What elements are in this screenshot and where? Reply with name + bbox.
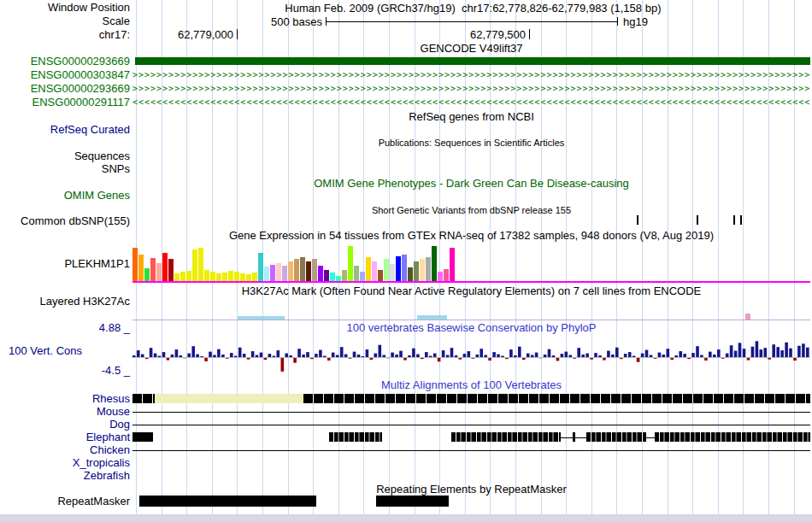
track-title-dbsnp: Short Genetic Variants from dbSNP releas… — [132, 204, 810, 216]
gtex-tissue-bar — [192, 249, 197, 282]
gencode-transcript-row[interactable]: >>>>>>>>>>>>>>>>>>>>>>>>>>>>>>>>>>>>>>>>… — [132, 84, 810, 95]
h3k27ac-baseline — [132, 320, 810, 320]
track-label-conservation[interactable]: 100 Vert. Cons — [9, 345, 130, 357]
gtex-tissue-bar — [372, 261, 377, 282]
gtex-tissue-bar — [204, 270, 209, 282]
gtex-tissue-bar — [276, 263, 281, 282]
conservation-zero-line — [132, 357, 810, 358]
track-title-publications: Publications: Sequences in Scientific Ar… — [132, 137, 810, 149]
genome-browser-image: Window Position Human Feb. 2009 (GRCh37/… — [0, 0, 812, 522]
gtex-expression-bars[interactable] — [132, 245, 457, 282]
gtex-tissue-bar — [426, 257, 431, 282]
gene-label[interactable]: ENSG00000293669 — [0, 56, 130, 67]
species-label-chicken[interactable]: Chicken — [0, 444, 130, 456]
chrom-label: chr17: — [0, 29, 130, 41]
dbsnp-variant-tick[interactable] — [733, 215, 735, 225]
gtex-tissue-bar — [150, 258, 156, 282]
conservation-min-label: -4.5 _ — [0, 365, 130, 377]
dbsnp-variant-tick[interactable] — [697, 215, 698, 225]
alignment-row-dog[interactable] — [132, 419, 810, 430]
track-label-snps[interactable]: SNPs — [0, 163, 130, 175]
species-label-x-tropicalis[interactable]: X_tropicalis — [0, 457, 130, 469]
window-position-label: Window Position — [0, 2, 130, 14]
gencode-transcript-row[interactable]: <<<<<<<<<<<<<<<<<<<<<<<<<<<<<<<<<<<<<<<<… — [132, 97, 810, 109]
alignment-row-mouse[interactable] — [132, 406, 810, 417]
gtex-tissue-bar — [288, 261, 293, 282]
track-label-common-dbsnp[interactable]: Common dbSNP(155) — [0, 215, 130, 227]
track-title-multiz: Multiz Alignments of 100 Vertebrates — [132, 379, 810, 391]
gtex-tissue-bar — [168, 259, 174, 282]
gtex-tissue-bar — [156, 263, 162, 282]
gtex-tissue-bar — [354, 266, 359, 282]
track-title-omim: OMIM Gene Phenotypes - Dark Green Can Be… — [132, 178, 810, 190]
gtex-tissue-bar — [420, 259, 425, 282]
scale-label: Scale — [0, 15, 130, 27]
gtex-gene-label[interactable]: PLEKHM1P1 — [0, 258, 130, 270]
position-text: chr17:62,778,826-62,779,983 (1,158 bp) — [462, 2, 661, 15]
track-label-repeatmasker[interactable]: RepeatMasker — [0, 496, 130, 507]
repeat-element[interactable] — [376, 496, 449, 507]
gtex-tissue-bar — [402, 255, 407, 282]
gtex-tissue-bar — [144, 268, 150, 282]
track-title-refseq: RefSeq genes from NCBI — [132, 111, 810, 123]
alignment-row-rhesus[interactable] — [132, 393, 810, 404]
gene-label[interactable]: ENSG00000291117 — [0, 97, 130, 109]
species-label-dog[interactable]: Dog — [0, 419, 130, 431]
track-label-refseq-curated[interactable]: RefSeq Curated — [0, 124, 130, 136]
gtex-tissue-bar — [444, 269, 449, 282]
species-label-rhesus[interactable]: Rhesus — [0, 393, 130, 405]
gene-label[interactable]: ENSG00000303847 — [0, 69, 130, 81]
gtex-tissue-bar — [366, 257, 371, 282]
conservation-max-label: 4.88 _ — [0, 322, 130, 334]
gtex-tissue-bar — [282, 266, 287, 282]
gtex-tissue-bar — [162, 253, 168, 282]
alignment-row-chicken[interactable] — [132, 444, 810, 455]
gtex-tissue-bar — [384, 259, 389, 282]
track-label-h3k27ac[interactable]: Layered H3K27Ac — [0, 296, 130, 308]
gtex-tissue-bar — [306, 261, 311, 282]
ruler-coordinate: 62,779,500 — [423, 28, 526, 41]
track-title-repeatmasker: Repeating Elements by RepeatMasker — [132, 484, 810, 496]
gtex-tissue-bar — [432, 246, 437, 282]
gtex-tissue-bar — [342, 270, 347, 282]
gtex-tissue-bar — [132, 248, 138, 282]
alignment-row-x_tropicalis[interactable] — [132, 457, 810, 468]
gencode-gene-bar[interactable] — [135, 57, 810, 65]
gtex-tissue-bar — [138, 255, 144, 282]
track-title-h3k27ac: H3K27Ac Mark (Often Found Near Active Re… — [132, 285, 810, 297]
gtex-tissue-bar — [378, 270, 383, 282]
gtex-tissue-bar — [300, 257, 305, 282]
gtex-tissue-bar — [324, 270, 329, 282]
dbsnp-variant-tick[interactable] — [740, 215, 742, 225]
scale-bar — [326, 21, 618, 22]
bottom-strip — [0, 514, 812, 522]
gtex-tissue-bar — [414, 261, 419, 282]
species-label-zebrafish[interactable]: Zebrafish — [0, 470, 130, 482]
species-label-mouse[interactable]: Mouse — [0, 406, 130, 418]
repeat-element[interactable] — [139, 496, 316, 507]
gtex-tissue-bar — [258, 253, 263, 282]
species-label-elephant[interactable]: Elephant — [0, 431, 130, 443]
h3k27ac-peak — [745, 314, 750, 320]
track-title-gtex: Gene Expression in 54 tissues from GTEx … — [132, 230, 810, 242]
track-title-phylop: 100 vertebrates Basewise Conservation by… — [132, 322, 810, 334]
track-title-gencode: GENCODE V49lift37 — [132, 43, 810, 55]
gencode-transcript-row[interactable]: >>>>>>>>>>>>>>>>>>>>>>>>>>>>>>>>>>>>>>>>… — [132, 70, 810, 81]
repeatmasker-boxes[interactable] — [132, 496, 810, 507]
h3k27ac-signal[interactable] — [132, 307, 810, 320]
gtex-tissue-bar — [312, 259, 317, 282]
scale-bar-right-tick — [617, 17, 618, 26]
dbsnp-variant-tick[interactable] — [637, 215, 638, 225]
track-label-omim-genes[interactable]: OMIM Genes — [0, 190, 130, 202]
dbsnp-variant-ticks[interactable] — [132, 215, 810, 225]
gtex-tissue-bar — [264, 267, 269, 282]
track-label-sequences[interactable]: Sequences — [0, 150, 130, 162]
ruler-tick — [237, 29, 238, 39]
conservation-wiggle[interactable] — [132, 335, 810, 376]
ruler-coordinate: 62,779,000 — [131, 28, 233, 41]
alignment-row-elephant[interactable] — [132, 431, 810, 443]
alignment-row-zebrafish[interactable] — [132, 470, 810, 481]
scale-bar-left-tick — [326, 17, 327, 26]
gtex-tissue-bar — [294, 259, 299, 282]
gene-label[interactable]: ENSG00000293669 — [0, 83, 130, 95]
